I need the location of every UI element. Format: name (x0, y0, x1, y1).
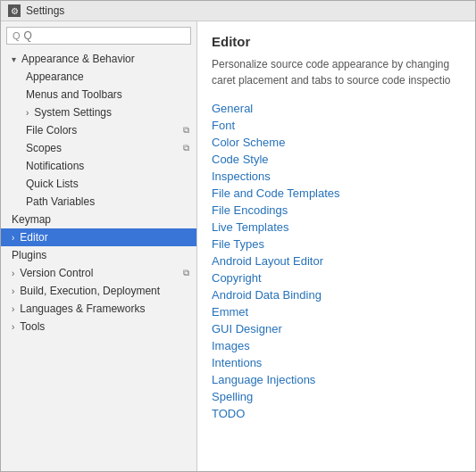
editor-link-images[interactable]: Images (212, 338, 461, 353)
sidebar-item-quick-lists[interactable]: Quick Lists (1, 175, 196, 193)
sidebar-label: Appearance & Behavior (21, 53, 135, 65)
editor-link-general[interactable]: General (212, 101, 461, 116)
sidebar-label: Build, Execution, Deployment (20, 285, 160, 297)
chevron-right-icon: › (12, 322, 14, 332)
sidebar-item-path-variables[interactable]: Path Variables (1, 193, 196, 211)
sidebar-label: Editor (20, 231, 47, 244)
sidebar-item-appearance[interactable]: Appearance (1, 68, 196, 86)
editor-link-code-style[interactable]: Code Style (212, 152, 461, 167)
editor-link-inspections[interactable]: Inspections (212, 169, 461, 184)
search-icon: Q (13, 30, 21, 41)
chevron-down-icon: ▾ (12, 54, 16, 64)
settings-window: ⚙ Settings Q ▾ Appearance & Behavior App… (0, 0, 476, 472)
sidebar-item-keymap[interactable]: Keymap (1, 211, 196, 228)
sidebar-item-plugins[interactable]: Plugins (1, 246, 196, 264)
editor-link-emmet[interactable]: Emmet (212, 304, 461, 319)
sidebar-item-notifications[interactable]: Notifications (1, 157, 196, 175)
sidebar-label: Keymap (12, 213, 51, 226)
chevron-right-icon: › (12, 286, 14, 296)
sidebar-item-build-execution[interactable]: › Build, Execution, Deployment (1, 282, 196, 300)
sidebar-item-languages-frameworks[interactable]: › Languages & Frameworks (1, 300, 196, 318)
main-panel: Editor Personalize source code appearanc… (197, 21, 475, 471)
editor-link-intentions[interactable]: Intentions (212, 355, 461, 370)
nav-tree: ▾ Appearance & Behavior Appearance Menus… (1, 48, 196, 471)
sidebar-label: Tools (20, 320, 45, 333)
editor-link-file-encodings[interactable]: File Encodings (212, 203, 461, 218)
search-input[interactable] (24, 29, 185, 42)
editor-link-color-scheme[interactable]: Color Scheme (212, 135, 461, 150)
settings-icon: ⚙ (8, 4, 21, 17)
sidebar-label: Appearance (26, 70, 84, 83)
editor-link-file-and-code-templates[interactable]: File and Code Templates (212, 186, 461, 201)
sidebar-item-tools[interactable]: › Tools (1, 318, 196, 335)
editor-link-copyright[interactable]: Copyright (212, 270, 461, 286)
editor-link-android-layout-editor[interactable]: Android Layout Editor (212, 253, 461, 269)
panel-title: Editor (212, 34, 461, 49)
editor-link-language-injections[interactable]: Language Injections (212, 372, 461, 387)
panel-description: Personalize source code appearance by ch… (212, 56, 461, 88)
sidebar-item-menus-toolbars[interactable]: Menus and Toolbars (1, 86, 196, 104)
link-list: GeneralFontColor SchemeCode StyleInspect… (212, 101, 461, 421)
editor-link-font[interactable]: Font (212, 118, 461, 133)
chevron-right-icon: › (12, 269, 14, 278)
editor-link-android-data-binding[interactable]: Android Data Binding (212, 287, 461, 302)
sidebar: Q ▾ Appearance & Behavior Appearance Men… (1, 21, 197, 471)
search-box[interactable]: Q (6, 27, 191, 45)
sidebar-label: System Settings (34, 106, 112, 119)
sidebar-item-appearance-behavior[interactable]: ▾ Appearance & Behavior (1, 50, 196, 68)
sidebar-label: Version Control (20, 267, 93, 279)
title-bar: ⚙ Settings (1, 1, 475, 21)
sidebar-item-version-control[interactable]: › Version Control ⧉ (1, 264, 196, 282)
editor-link-file-types[interactable]: File Types (212, 236, 461, 252)
editor-link-spelling[interactable]: Spelling (212, 389, 461, 404)
chevron-right-icon: › (12, 304, 14, 314)
sidebar-label: Quick Lists (26, 178, 79, 190)
copy-icon: ⧉ (183, 268, 189, 278)
editor-link-todo[interactable]: TODO (212, 406, 461, 421)
sidebar-label: File Colors (26, 124, 77, 137)
copy-icon: ⧉ (183, 143, 189, 153)
chevron-right-icon: › (26, 108, 29, 118)
sidebar-item-scopes[interactable]: Scopes ⧉ (1, 139, 196, 157)
sidebar-item-editor[interactable]: › Editor (1, 228, 196, 246)
sidebar-label: Path Variables (26, 195, 95, 208)
sidebar-item-system-settings[interactable]: › System Settings (1, 104, 196, 121)
editor-link-live-templates[interactable]: Live Templates (212, 219, 461, 235)
sidebar-label: Plugins (12, 249, 46, 261)
sidebar-item-file-colors[interactable]: File Colors ⧉ (1, 121, 196, 139)
copy-icon: ⧉ (183, 125, 189, 136)
sidebar-label: Languages & Frameworks (20, 302, 145, 315)
window-title: Settings (26, 4, 64, 17)
sidebar-label: Notifications (26, 160, 84, 172)
sidebar-label: Scopes (26, 142, 62, 154)
sidebar-label: Menus and Toolbars (26, 88, 122, 101)
content-area: Q ▾ Appearance & Behavior Appearance Men… (1, 21, 475, 471)
chevron-right-icon: › (12, 233, 14, 243)
editor-link-gui-designer[interactable]: GUI Designer (212, 321, 461, 336)
